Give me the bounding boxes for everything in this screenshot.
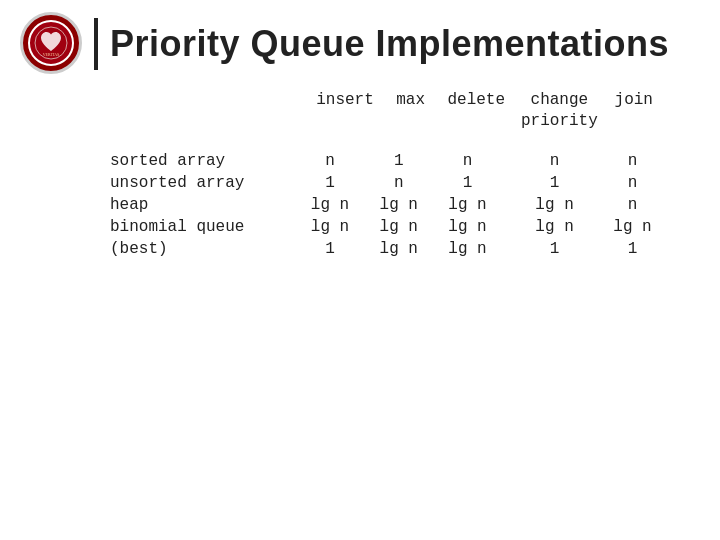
row-label-best: (best) (110, 240, 293, 258)
row-label-binomial-queue: binomial queue (110, 218, 293, 236)
cell-best-delete: lg n (431, 240, 504, 258)
table-row: sorted array n 1 n n n (110, 152, 660, 170)
cell-binomial-max: lg n (367, 218, 431, 236)
table-row: binomial queue lg n lg n lg n lg n lg n (110, 218, 660, 236)
column-headers: insert max delete change priority join (310, 90, 660, 132)
cell-unsorted-change: 1 (504, 174, 605, 192)
cell-heap-change: lg n (504, 196, 605, 214)
cell-heap-max: lg n (367, 196, 431, 214)
cell-best-change: 1 (504, 240, 605, 258)
table-row: (best) 1 lg n lg n 1 1 (110, 240, 660, 258)
cell-binomial-join: lg n (605, 218, 660, 236)
cell-heap-insert: lg n (293, 196, 366, 214)
cell-sorted-join: n (605, 152, 660, 170)
cell-sorted-change: n (504, 152, 605, 170)
table-row: unsorted array 1 n 1 1 n (110, 174, 660, 192)
col-header-delete: delete (441, 90, 511, 111)
page-title: Priority Queue Implementations (110, 23, 669, 65)
row-label-unsorted-array: unsorted array (110, 174, 293, 192)
cell-best-join: 1 (605, 240, 660, 258)
cell-sorted-max: 1 (367, 152, 431, 170)
cell-sorted-delete: n (431, 152, 504, 170)
cell-unsorted-delete: 1 (431, 174, 504, 192)
cell-heap-delete: lg n (431, 196, 504, 214)
cell-unsorted-max: n (367, 174, 431, 192)
header-area: Priority Queue Implementations (0, 0, 720, 80)
cell-binomial-delete: lg n (431, 218, 504, 236)
logo: VERITAS (20, 12, 82, 74)
cell-binomial-change: lg n (504, 218, 605, 236)
col-header-insert: insert (310, 90, 380, 111)
cell-binomial-insert: lg n (293, 218, 366, 236)
cell-best-insert: 1 (293, 240, 366, 258)
row-label-sorted-array: sorted array (110, 152, 293, 170)
cell-unsorted-join: n (605, 174, 660, 192)
svg-text:VERITAS: VERITAS (43, 52, 60, 57)
row-label-heap: heap (110, 196, 293, 214)
cell-sorted-insert: n (293, 152, 366, 170)
col-header-join: join (608, 90, 661, 111)
col-header-max: max (380, 90, 441, 111)
col-header-change: change priority (511, 90, 607, 132)
cell-unsorted-insert: 1 (293, 174, 366, 192)
cell-best-max: lg n (367, 240, 431, 258)
main-content: insert max delete change priority join s… (0, 90, 720, 258)
table-row: heap lg n lg n lg n lg n n (110, 196, 660, 214)
table-body: sorted array n 1 n n n unsorted array 1 … (110, 152, 660, 258)
vertical-bar (94, 18, 98, 70)
cell-heap-join: n (605, 196, 660, 214)
